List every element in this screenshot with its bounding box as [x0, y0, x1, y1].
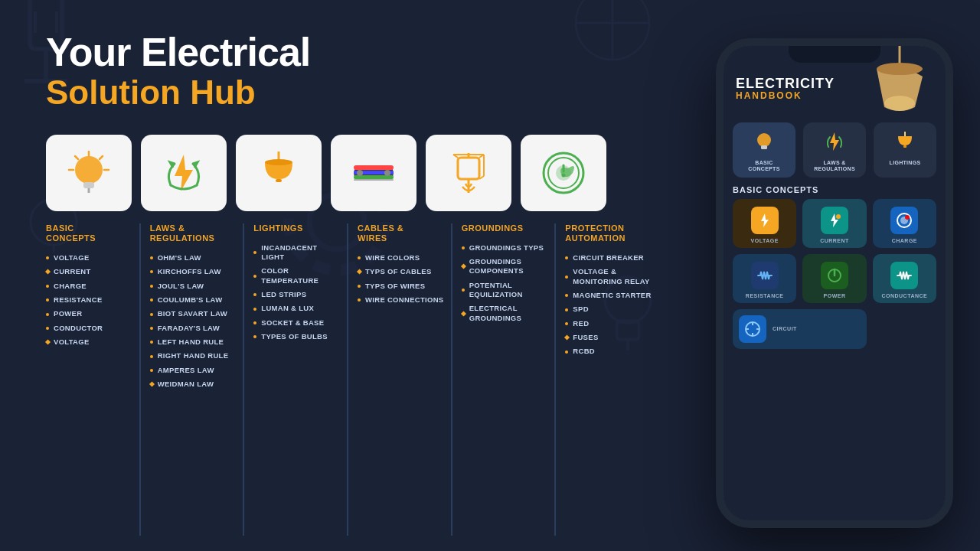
svg-marker-25 — [175, 155, 193, 191]
cat-icon-lightings[interactable] — [236, 135, 322, 211]
grid-item-voltage[interactable]: VOLTAGE — [733, 199, 796, 248]
list-item[interactable]: RCBD — [565, 344, 654, 358]
current-icon — [821, 207, 848, 234]
cables-icon — [349, 148, 398, 197]
svg-point-34 — [357, 170, 363, 176]
list-item[interactable]: LED STRIPS — [253, 288, 342, 302]
category-icons-row — [46, 135, 658, 211]
hero-line2: Solution Hub — [46, 74, 658, 111]
col-cables: CABLES &WIRES WIRE COLORS TYPS OF CABLES… — [347, 223, 451, 536]
list-item[interactable]: ELECTRICAL GROUNDINGS — [462, 302, 550, 325]
lightning-recycle-icon — [159, 148, 208, 197]
list-item[interactable]: LUMAN & LUX — [253, 302, 342, 315]
list-item[interactable]: TYPES OF BULBS — [253, 330, 342, 344]
conductance-label: CONDUCTANCE — [881, 293, 927, 298]
cat-icon-cables[interactable] — [331, 135, 416, 211]
list-item[interactable]: MAGNETIC STARTER — [565, 289, 654, 302]
svg-point-62 — [905, 215, 910, 220]
electricity-text: ELECTRICITY — [736, 77, 835, 90]
list-item[interactable]: RESISTANCE — [46, 293, 135, 307]
list-item[interactable]: VOLTAGE — [46, 251, 135, 265]
svg-point-66 — [750, 326, 756, 332]
cat-icon-groundings[interactable] — [426, 135, 511, 211]
categories-list-row: BASICCONCEPTS VOLTAGE CURRENT CHARGE RES… — [46, 223, 658, 536]
list-groundings: GROUNDINGS TYPS GROUNDINGS COMPONENTS PO… — [462, 241, 550, 325]
conductance-icon — [890, 262, 918, 289]
list-item[interactable]: CHARGE — [46, 279, 135, 293]
svg-point-50 — [877, 63, 923, 75]
cat-title-basic: BASICCONCEPTS — [46, 223, 135, 243]
phone-grid: VOLTAGE CURRENT — [724, 199, 946, 349]
list-item[interactable]: VOLTAGE & MONITORING RELAY — [565, 265, 654, 289]
list-item[interactable]: CURRENT — [46, 265, 135, 279]
grid-item-conductance[interactable]: CONDUCTANCE — [873, 254, 936, 303]
list-item[interactable]: POTENTIAL EQUILIZATION — [462, 279, 550, 302]
list-item[interactable]: WIRE CONNECTIONS — [358, 293, 446, 307]
list-item[interactable]: WEIDMAN LAW — [150, 377, 239, 391]
list-item[interactable]: FARADAY'S LAW — [150, 321, 239, 335]
power-label: POWER — [824, 293, 846, 298]
charge-icon — [890, 207, 918, 234]
basic-label: BASICCONCEPTS — [748, 160, 779, 173]
grid-item-current[interactable]: CURRENT — [802, 199, 866, 248]
list-item[interactable]: TYPS OF CABLES — [358, 265, 446, 279]
grid-item-circuit[interactable]: CIRCUIT — [733, 309, 867, 349]
cat-title-lightings: LIGHTINGS — [253, 223, 342, 233]
svg-marker-57 — [761, 214, 769, 227]
circuit-label: CIRCUIT — [773, 326, 797, 331]
svg-rect-56 — [903, 145, 906, 148]
current-label: CURRENT — [820, 238, 849, 243]
cat-title-cables: CABLES &WIRES — [358, 223, 446, 243]
list-item[interactable]: COLOR TEMPERATURE — [253, 264, 342, 288]
list-item[interactable]: OHM'S LAW — [150, 251, 239, 265]
protection-icon — [539, 148, 588, 197]
grid-item-charge[interactable]: CHARGE — [873, 199, 936, 248]
list-item[interactable]: LEFT HAND RULE — [150, 335, 239, 349]
grid-item-resistance[interactable]: RESISTANCE — [733, 254, 796, 303]
phone-section-title: BASIC CONCEPTS — [724, 178, 946, 199]
list-item[interactable]: TYPS OF WIRES — [358, 279, 446, 293]
col-groundings: GROUNDINGS GROUNDINGS TYPS GROUNDINGS CO… — [451, 223, 555, 536]
list-item[interactable]: BIOT SAVART LAW — [150, 307, 239, 321]
hero-title: Your Electrical Solution Hub — [46, 31, 658, 112]
cat-icon-laws[interactable] — [141, 135, 227, 211]
cat-title-groundings: GROUNDINGS — [462, 223, 550, 233]
list-item[interactable]: WIRE COLORS — [358, 251, 446, 265]
list-item[interactable]: JOUL'S LAW — [150, 279, 239, 293]
list-item[interactable]: FUSES — [565, 331, 654, 344]
svg-rect-18 — [83, 182, 94, 188]
phone-icon-basic[interactable]: BASICCONCEPTS — [733, 122, 795, 178]
lightbulb-icon — [64, 148, 113, 197]
cat-title-protection: PROTECTIONAUTOMATION — [565, 223, 654, 243]
list-item[interactable]: INCANDACENT LIGHT — [253, 241, 342, 265]
cat-icon-basic-concepts[interactable] — [46, 135, 132, 211]
list-item[interactable]: RED — [565, 317, 654, 331]
circuit-icon — [739, 315, 766, 343]
grid-item-power[interactable]: POWER — [802, 254, 866, 303]
list-item[interactable]: COULUMB'S LAW — [150, 293, 239, 307]
list-item[interactable]: CONDUCTOR — [46, 321, 135, 335]
svg-point-52 — [757, 133, 771, 147]
list-item[interactable]: RIGHT HAND RULE — [150, 349, 239, 363]
list-item[interactable]: VOLTAGE — [46, 335, 135, 349]
svg-point-27 — [265, 159, 292, 165]
list-item[interactable]: SPD — [565, 302, 654, 316]
basic-icon — [753, 130, 776, 156]
voltage-icon — [751, 207, 779, 234]
list-item[interactable]: GROUNDINGS TYPS — [462, 241, 550, 255]
list-item[interactable]: POWER — [46, 307, 135, 321]
list-item[interactable]: GROUNDINGS COMPONENTS — [462, 255, 550, 279]
cat-title-laws: LAWS &REGULATIONS — [150, 223, 239, 243]
list-item[interactable]: AMPERES LAW — [150, 364, 239, 377]
list-item[interactable]: SOCKET & BASE — [253, 316, 342, 330]
hero-line1: Your Electrical — [46, 31, 658, 74]
list-cables: WIRE COLORS TYPS OF CABLES TYPS OF WIRES… — [358, 251, 446, 307]
list-item[interactable]: KIRCHOFFS LAW — [150, 265, 239, 279]
voltage-label: VOLTAGE — [751, 238, 779, 243]
list-basic: VOLTAGE CURRENT CHARGE RESISTANCE POWER … — [46, 251, 135, 349]
left-panel: Your Electrical Solution Hub — [0, 0, 689, 551]
svg-line-21 — [100, 156, 103, 159]
svg-point-51 — [884, 96, 915, 111]
list-item[interactable]: CIRCUIT BREAKER — [565, 251, 654, 265]
cat-icon-protection[interactable] — [521, 135, 606, 211]
